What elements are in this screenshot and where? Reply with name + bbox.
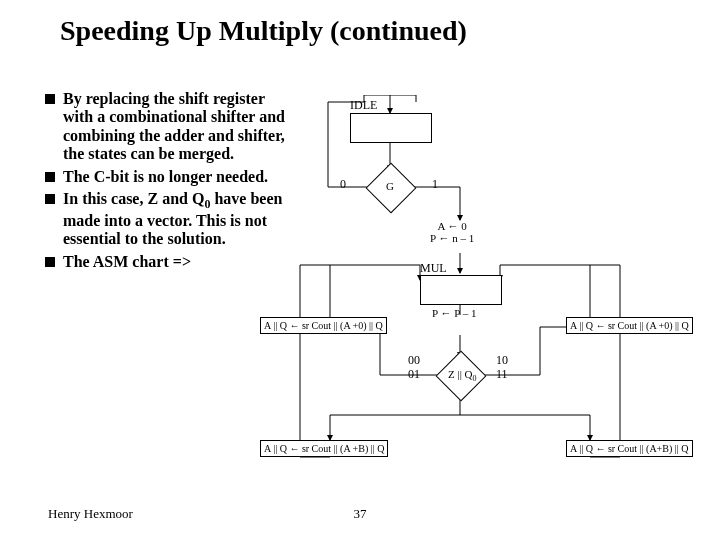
footer-author: Henry Hexmoor <box>48 506 133 522</box>
g-label: G <box>386 180 394 192</box>
zq-text: Z || Q <box>448 368 473 380</box>
bullet-2: The C-bit is no longer needed. <box>45 168 295 186</box>
bullet-list: By replacing the shift register with a c… <box>45 90 295 275</box>
branch-10-label: 10 <box>496 353 508 368</box>
bullet-marker <box>45 94 55 104</box>
bullet-marker <box>45 194 55 204</box>
branch-01-label: 01 <box>408 367 420 382</box>
zq-sub: 0 <box>473 374 477 383</box>
bullet-3: In this case, Z and Q0 have been made in… <box>45 190 295 249</box>
op-box-a0-left: A || Q ← sr Cout || (A +0) || Q <box>260 317 387 334</box>
bullet-text: By replacing the shift register with a c… <box>63 90 295 164</box>
branch-0-label: 0 <box>340 177 346 192</box>
bullet-1: By replacing the shift register with a c… <box>45 90 295 164</box>
zq-label: Z || Q0 <box>448 368 477 383</box>
bullet-text: The C-bit is no longer needed. <box>63 168 268 186</box>
op-box-ab-left: A || Q ← sr Cout || (A +B) || Q <box>260 440 388 457</box>
bullet-marker <box>45 172 55 182</box>
bullet-text: In this case, Z and Q0 have been made in… <box>63 190 295 249</box>
op-box-ab-right: A || Q ← sr Cout || (A+B) || Q <box>566 440 693 457</box>
asm-diagram: IDLE G 0 1 A ← 0 P ← n – 1 MUL P ← P – 1… <box>270 95 720 505</box>
op-box-a0-right: A || Q ← sr Cout || (A +0) || Q <box>566 317 693 334</box>
init-ops: A ← 0 P ← n – 1 <box>430 220 474 244</box>
mul-label: MUL <box>420 261 447 276</box>
branch-1-label: 1 <box>432 177 438 192</box>
footer-page-number: 37 <box>354 506 367 522</box>
bullet-4: The ASM chart => <box>45 253 295 271</box>
bullet-text: The ASM chart => <box>63 253 191 271</box>
slide-title: Speeding Up Multiply (continued) <box>60 15 467 47</box>
p-decrement: P ← P – 1 <box>432 307 476 319</box>
idle-label: IDLE <box>350 98 377 113</box>
bullet-3a: In this case, Z and Q <box>63 190 204 207</box>
branch-11-label: 11 <box>496 367 508 382</box>
mul-state-box <box>420 275 502 305</box>
bullet-marker <box>45 257 55 267</box>
branch-00-label: 00 <box>408 353 420 368</box>
idle-state-box <box>350 113 432 143</box>
